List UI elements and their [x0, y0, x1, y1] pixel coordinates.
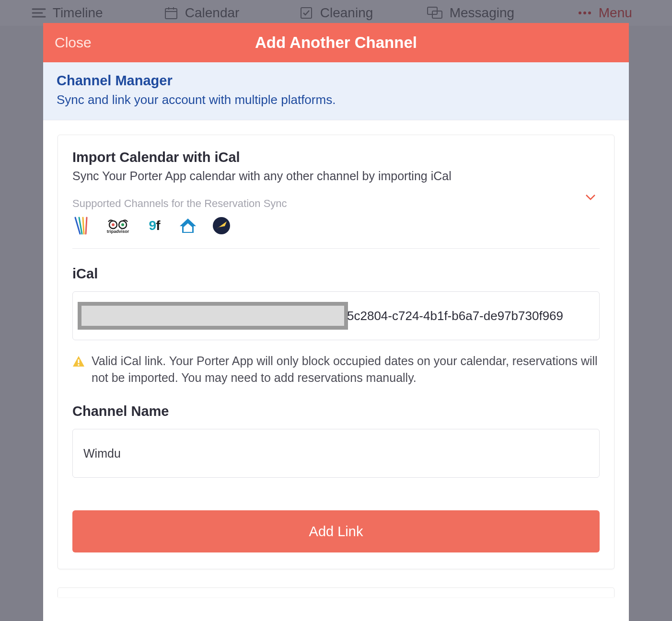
homeaway-logo-icon	[179, 217, 197, 235]
ical-validation-message: Valid iCal link. Your Porter App will on…	[72, 353, 600, 386]
channel-name-label: Channel Name	[72, 403, 600, 419]
import-title: Import Calendar with iCal	[72, 150, 600, 165]
validation-text: Valid iCal link. Your Porter App will on…	[92, 353, 600, 386]
svg-point-20	[121, 223, 124, 226]
svg-line-15	[83, 218, 84, 234]
ical-label: iCal	[72, 266, 600, 282]
svg-line-16	[86, 218, 87, 234]
add-link-button[interactable]: Add Link	[72, 510, 600, 552]
import-ical-card: Import Calendar with iCal Sync Your Port…	[58, 135, 614, 569]
vrbo-logo-icon	[72, 217, 91, 235]
supported-channels-label: Supported Channels for the Reservation S…	[72, 197, 600, 210]
expedia-logo-icon	[212, 217, 231, 235]
supported-channel-logos: tripadvisor 9f	[72, 217, 600, 235]
warning-icon	[72, 356, 85, 369]
supported-channels-row: Supported Channels for the Reservation S…	[72, 197, 600, 235]
ical-redacted-segment	[78, 302, 348, 330]
chevron-down-icon[interactable]	[584, 191, 597, 203]
subheader-title: Channel Manager	[57, 73, 615, 89]
9flats-logo-icon: 9f	[145, 217, 163, 235]
subheader-subtitle: Sync and link your account with multiple…	[57, 92, 615, 107]
svg-point-19	[112, 223, 115, 226]
ical-url-tail: 5c2804-c724-4b1f-b6a7-de97b730f969	[347, 309, 563, 323]
modal-title: Add Another Channel	[255, 34, 417, 52]
separator	[72, 248, 600, 249]
tripadvisor-logo-icon: tripadvisor	[106, 217, 130, 235]
svg-rect-23	[78, 364, 80, 366]
channel-name-input[interactable]	[72, 429, 600, 478]
modal-subheader: Channel Manager Sync and link your accou…	[43, 62, 629, 120]
close-button[interactable]: Close	[55, 34, 92, 51]
modal-body: Import Calendar with iCal Sync Your Port…	[43, 120, 629, 621]
add-channel-modal: Close Add Another Channel Channel Manage…	[43, 23, 629, 621]
import-subtitle: Sync Your Porter App calendar with any o…	[72, 169, 600, 183]
ical-url-input[interactable]: 5c2804-c724-4b1f-b6a7-de97b730f969	[72, 291, 600, 340]
svg-rect-22	[78, 359, 80, 363]
next-card-peek	[58, 587, 614, 597]
modal-header: Close Add Another Channel	[43, 23, 629, 62]
